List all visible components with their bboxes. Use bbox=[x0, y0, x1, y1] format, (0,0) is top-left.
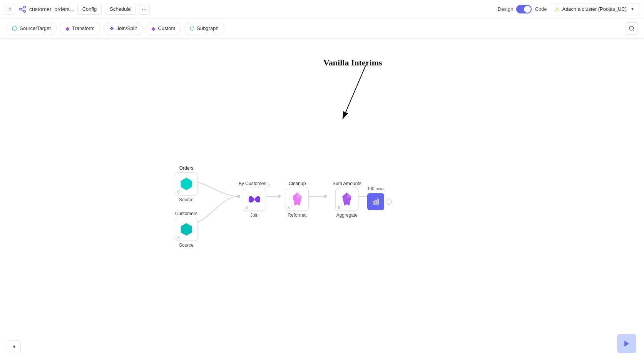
warning-icon: ⚠ bbox=[555, 6, 560, 12]
annotation-text: Vanilla Interims bbox=[323, 58, 382, 68]
custom-icon: ◆ bbox=[151, 25, 156, 32]
reformat-icon bbox=[291, 192, 304, 207]
reformat-group-label: Cleanup bbox=[289, 181, 306, 186]
svg-rect-21 bbox=[375, 200, 376, 204]
subgraph-icon: ⬡ bbox=[190, 25, 194, 32]
design-label: Design bbox=[498, 6, 513, 12]
svg-point-14 bbox=[278, 195, 281, 198]
svg-line-3 bbox=[21, 7, 24, 8]
output-group: 100 rows bbox=[367, 185, 392, 210]
schedule-button[interactable]: Schedule bbox=[105, 4, 135, 15]
aggregate-count: 0 bbox=[338, 206, 340, 210]
design-code-toggle: Design Code bbox=[498, 5, 547, 13]
toggle-switch[interactable] bbox=[516, 5, 532, 13]
join-icon bbox=[247, 193, 262, 206]
pipeline-logo bbox=[18, 5, 26, 13]
join-split-label: Join/Split bbox=[117, 25, 137, 31]
orders-source-icon bbox=[179, 177, 193, 191]
transform-label: Transform bbox=[72, 25, 95, 31]
pipeline-name: customer_orders... bbox=[29, 6, 74, 12]
attach-cluster-button[interactable]: ⚠ Attach a cluster (Poojas_UC) ▼ bbox=[550, 3, 639, 15]
join-count: 0 bbox=[246, 206, 248, 210]
chevron-down-icon: ▼ bbox=[631, 7, 634, 11]
customers-group-label: Customers bbox=[175, 211, 197, 216]
svg-marker-23 bbox=[624, 341, 629, 347]
attach-cluster-label: Attach a cluster (Poojas_UC) bbox=[562, 6, 627, 12]
customers-count: 0 bbox=[177, 236, 180, 240]
expand-button[interactable]: » bbox=[5, 4, 15, 15]
orders-node[interactable]: Orders 0 Source bbox=[175, 165, 198, 202]
custom-label: Custom bbox=[158, 25, 175, 31]
svg-point-1 bbox=[23, 6, 25, 8]
aggregate-group-label: Sum Amounts bbox=[333, 181, 361, 186]
orders-group-label: Orders bbox=[179, 165, 194, 171]
toolbar: ⬡ Source/Target ◆ Transform ❖ Join/Split… bbox=[0, 18, 644, 38]
bottom-dropdown-button[interactable]: ▼ bbox=[8, 340, 21, 353]
chart-icon bbox=[372, 198, 379, 205]
play-icon bbox=[623, 340, 631, 348]
svg-marker-19 bbox=[181, 223, 192, 236]
code-label: Code bbox=[535, 6, 547, 12]
source-target-label: Source/Target bbox=[20, 25, 51, 31]
svg-rect-22 bbox=[377, 199, 378, 204]
config-button[interactable]: Config bbox=[77, 4, 102, 15]
customers-source-box[interactable]: 0 bbox=[175, 218, 198, 241]
orders-count: 0 bbox=[177, 190, 180, 194]
search-button[interactable] bbox=[626, 22, 638, 35]
source-target-button[interactable]: ⬡ Source/Target bbox=[6, 22, 57, 35]
output-preview-button[interactable] bbox=[367, 193, 384, 210]
aggregate-box[interactable]: 0 bbox=[335, 188, 358, 211]
transform-icon: ◆ bbox=[65, 25, 70, 32]
join-label: Join bbox=[250, 212, 259, 218]
top-nav: » customer_orders... Config Schedule ···… bbox=[0, 0, 644, 18]
search-icon bbox=[629, 25, 635, 32]
join-split-button[interactable]: ❖ Join/Split bbox=[104, 22, 143, 35]
reformat-count: 0 bbox=[288, 206, 291, 210]
svg-point-16 bbox=[324, 195, 327, 198]
svg-point-0 bbox=[19, 8, 21, 10]
svg-point-5 bbox=[629, 26, 634, 30]
reformat-node[interactable]: Cleanup 0 Reformat bbox=[286, 181, 309, 218]
subgraph-button[interactable]: ⬡ Subgraph bbox=[184, 22, 224, 35]
customers-source-icon bbox=[179, 222, 193, 236]
more-options-button[interactable]: ··· bbox=[139, 4, 150, 15]
orders-source-label: Source bbox=[179, 197, 194, 202]
join-split-icon: ❖ bbox=[109, 25, 114, 32]
join-node[interactable]: By Customerl... 0 Join bbox=[239, 181, 270, 218]
annotation-arrow bbox=[335, 65, 396, 127]
customers-source-label: Source bbox=[179, 242, 194, 248]
svg-line-6 bbox=[633, 30, 634, 31]
svg-line-4 bbox=[21, 9, 24, 10]
join-box[interactable]: 0 bbox=[243, 188, 266, 211]
pipeline-icon bbox=[18, 5, 26, 13]
aggregate-label: Aggregate bbox=[336, 212, 358, 218]
svg-marker-18 bbox=[181, 178, 192, 190]
reformat-label: Reformat bbox=[288, 212, 306, 218]
node-settings-button[interactable] bbox=[386, 199, 392, 205]
pipeline-canvas: Vanilla Interims Orders bbox=[0, 38, 644, 361]
svg-point-2 bbox=[23, 10, 25, 12]
svg-rect-20 bbox=[373, 202, 374, 204]
join-group-label: By Customerl... bbox=[239, 181, 270, 186]
rows-label: 100 rows bbox=[367, 186, 385, 191]
reformat-box[interactable]: 0 bbox=[286, 188, 309, 211]
aggregate-icon bbox=[340, 192, 353, 207]
customers-node[interactable]: Customers 0 Source bbox=[175, 211, 198, 248]
custom-button[interactable]: ◆ Custom bbox=[146, 22, 181, 35]
subgraph-label: Subgraph bbox=[197, 25, 218, 31]
svg-line-8 bbox=[343, 65, 366, 119]
aggregate-node[interactable]: Sum Amounts 0 Aggregate bbox=[333, 181, 361, 218]
source-target-icon: ⬡ bbox=[12, 25, 17, 32]
transform-button[interactable]: ◆ Transform bbox=[60, 22, 100, 35]
orders-source-box[interactable]: 0 bbox=[175, 172, 198, 196]
run-button[interactable] bbox=[617, 334, 636, 353]
connections-svg bbox=[162, 158, 470, 273]
